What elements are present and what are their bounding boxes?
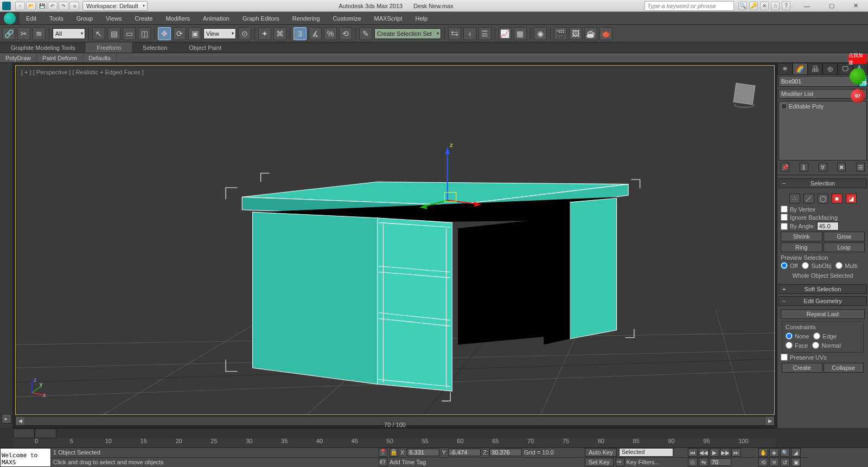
render-icon[interactable]: ☕	[584, 27, 597, 40]
qat-link-icon[interactable]: ⎋	[69, 2, 79, 10]
viewcube-ring-icon[interactable]	[734, 103, 755, 108]
preview-off-radio[interactable]: Off	[781, 262, 797, 269]
close-button[interactable]: ✕	[844, 1, 868, 11]
angle-snap-icon[interactable]: ∡	[309, 27, 322, 40]
remove-modifier-icon[interactable]: ✖	[837, 163, 846, 171]
preserve-uvs-checkbox[interactable]: Preserve UVs	[781, 354, 865, 361]
align-icon[interactable]: ⫞	[463, 27, 476, 40]
stack-toggle-icon[interactable]	[781, 104, 787, 109]
pin-stack-icon[interactable]: 📌	[781, 163, 789, 171]
key-icon[interactable]: ⊸	[616, 458, 624, 466]
tab-hierarchy-icon[interactable]: 品	[808, 63, 823, 75]
menu-graph-editors[interactable]: Graph Editors	[236, 12, 286, 24]
ribbon-panel-defaults[interactable]: Defaults	[83, 53, 116, 62]
collapse-button[interactable]: Collapse	[824, 363, 864, 373]
layers-icon[interactable]: ☰	[478, 27, 492, 40]
tab-create-icon[interactable]: ✳	[777, 63, 793, 75]
goto-start-icon[interactable]: ⏮	[688, 448, 698, 457]
auto-key-button[interactable]: Auto Key	[585, 448, 617, 457]
exchange-icon[interactable]: ✕	[760, 2, 769, 10]
workspace-dropdown[interactable]: Workspace: Default	[82, 1, 148, 11]
zoom-icon[interactable]: 🔍	[780, 448, 790, 457]
ribbon-tab-graphite[interactable]: Graphite Modeling Tools	[0, 42, 86, 53]
create-button[interactable]: Create	[782, 363, 822, 373]
subobj-edge-icon[interactable]: ／	[803, 194, 814, 203]
goto-end-icon[interactable]: ⏭	[731, 448, 741, 457]
preview-subobj-radio[interactable]: SubObj	[802, 262, 831, 269]
ribbon-tab-selection[interactable]: Selection	[132, 42, 178, 53]
play-icon[interactable]: ▶	[710, 448, 719, 457]
pivot-icon[interactable]: ⊙	[238, 27, 251, 40]
constraint-normal-radio[interactable]: Normal	[812, 342, 840, 349]
scroll-right-icon[interactable]: ▶	[765, 417, 774, 425]
subobj-polygon-icon[interactable]: ■	[832, 194, 843, 203]
set-key-button[interactable]: Set Key	[585, 458, 614, 466]
key-mode-toggle-icon[interactable]: ⇆	[699, 458, 709, 466]
roll-icon[interactable]: ↺	[780, 458, 790, 466]
subobj-element-icon[interactable]: ◪	[846, 194, 857, 203]
ignore-backfacing-checkbox[interactable]: Ignore Backfacing	[781, 214, 865, 221]
search-icon[interactable]: 🔍	[738, 2, 747, 10]
scroll-left-icon[interactable]: ◀	[16, 417, 24, 425]
qat-undo-icon[interactable]: ↶	[48, 2, 58, 10]
repeat-last-button[interactable]: Repeat Last	[781, 309, 865, 319]
prev-frame-icon[interactable]: ◀◀	[699, 448, 709, 457]
menu-animation[interactable]: Animation	[196, 12, 236, 24]
qat-new-icon[interactable]: ▫	[15, 2, 25, 10]
fov-icon[interactable]: ◢	[791, 448, 801, 457]
ribbon-panel-paint-deform[interactable]: Paint Deform	[37, 53, 83, 62]
edit-named-sel-icon[interactable]: ✎	[359, 27, 372, 40]
isolate-icon[interactable]: 🔒	[390, 448, 398, 457]
viewport-scrollbar[interactable]: ◀ 70 / 100 ▶	[15, 416, 775, 426]
key-filters-button[interactable]: Key Filters...	[627, 459, 660, 465]
ribbon-tab-object-paint[interactable]: Object Paint	[178, 42, 232, 53]
application-button[interactable]	[0, 12, 20, 24]
key-mode-dropdown[interactable]: Selected	[619, 448, 673, 457]
perspective-viewport[interactable]: [ + ] [ Perspective ] [ Realistic + Edge…	[15, 65, 775, 415]
menu-maxscript[interactable]: MAXScript	[368, 12, 409, 24]
maxscript-listener[interactable]: Welcome to MAXS	[0, 448, 51, 467]
pan-icon[interactable]: ✋	[758, 448, 768, 457]
select-name-icon[interactable]: ▤	[107, 27, 120, 40]
rollout-edit-geometry[interactable]: −Edit Geometry	[778, 296, 867, 306]
menu-customize[interactable]: Customize	[327, 12, 368, 24]
viewcube[interactable]	[731, 82, 758, 109]
select-region-icon[interactable]: ▭	[123, 27, 136, 40]
selection-filter-dropdown[interactable]: All	[53, 28, 85, 39]
qat-open-icon[interactable]: 📂	[26, 2, 36, 10]
viewport-expand-icon[interactable]: ▸	[2, 414, 11, 424]
subobj-border-icon[interactable]: ◯	[818, 194, 828, 203]
shrink-button[interactable]: Shrink	[781, 232, 822, 241]
constraint-face-radio[interactable]: Face	[786, 342, 808, 349]
schematic-icon[interactable]: ▦	[514, 27, 527, 40]
stack-item-editable-poly[interactable]: Editable Poly	[780, 103, 865, 110]
viewcube-cube-icon[interactable]	[733, 83, 756, 105]
menu-views[interactable]: Views	[99, 12, 128, 24]
max-toggle-icon[interactable]: ▣	[791, 458, 801, 466]
select-icon[interactable]: ↖	[92, 27, 105, 40]
accelerate-badge[interactable]: 点我加速	[848, 54, 867, 64]
menu-edit[interactable]: Edit	[20, 12, 43, 24]
z-coord-field[interactable]: 30.376	[489, 449, 522, 456]
preview-multi-radio[interactable]: Multi	[835, 262, 857, 269]
menu-modifiers[interactable]: Modifiers	[159, 12, 196, 24]
rotate-icon[interactable]: ⟳	[173, 27, 186, 40]
tab-motion-icon[interactable]: ◎	[822, 63, 838, 75]
by-angle-spinner[interactable]: 45.0	[817, 222, 839, 231]
tab-modify-icon[interactable]: 🌈	[793, 63, 808, 75]
minimize-button[interactable]: —	[795, 1, 819, 11]
object-name-input[interactable]	[778, 76, 859, 87]
link-icon[interactable]: 🔗	[2, 27, 15, 40]
render-prod-icon[interactable]: 🫖	[599, 27, 612, 40]
configure-sets-icon[interactable]: ☰	[856, 163, 865, 171]
green-score-badge[interactable]	[850, 68, 866, 85]
percent-snap-icon[interactable]: %	[324, 27, 337, 40]
render-setup-icon[interactable]: 🎬	[554, 27, 567, 40]
maximize-button[interactable]: ▢	[819, 1, 844, 11]
star-icon[interactable]: ☆	[771, 2, 780, 10]
curve-editor-icon[interactable]: 📈	[499, 27, 512, 40]
keyboard-shortcut-icon[interactable]: ⌘	[273, 27, 286, 40]
current-frame-field[interactable]: 70	[710, 458, 731, 466]
material-editor-icon[interactable]: ◉	[534, 27, 547, 40]
help-search-input[interactable]: Type a keyword or phrase	[644, 1, 734, 11]
